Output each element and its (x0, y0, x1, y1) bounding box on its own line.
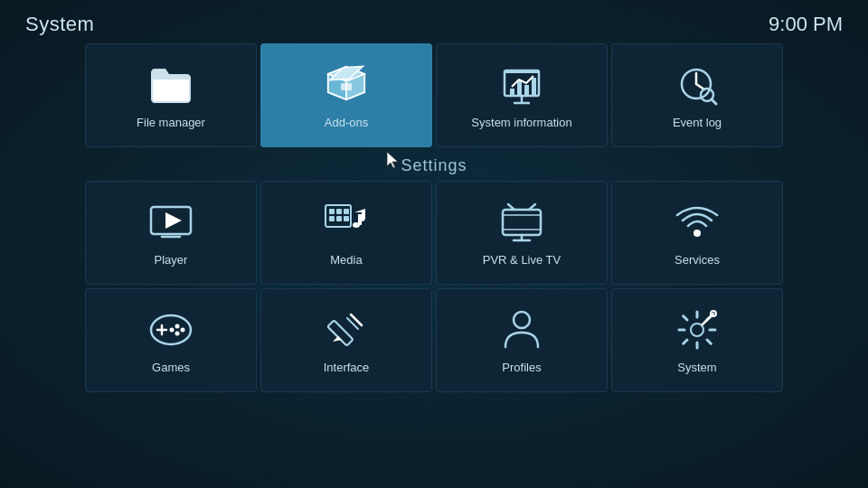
tile-event-log[interactable]: Event log (611, 43, 783, 147)
svg-rect-5 (341, 83, 352, 90)
svg-rect-24 (336, 209, 342, 214)
tile-profiles[interactable]: Profiles (436, 288, 608, 392)
add-ons-icon (323, 61, 370, 108)
svg-point-45 (170, 328, 175, 333)
tile-add-ons-label: Add-ons (325, 116, 368, 129)
tile-player-label: Player (155, 253, 188, 267)
tile-profiles-label: Profiles (502, 361, 541, 374)
tile-add-ons[interactable]: Add-ons (260, 43, 432, 147)
tile-media[interactable]: Media (260, 181, 432, 285)
header: System 9:00 PM (0, 0, 868, 43)
app-title: System (25, 13, 94, 36)
services-icon (674, 199, 721, 246)
system-icon (674, 306, 721, 353)
svg-line-18 (712, 99, 716, 104)
svg-rect-12 (524, 85, 529, 96)
tile-file-manager[interactable]: File manager (85, 43, 257, 147)
svg-rect-13 (532, 78, 536, 96)
settings-row-2: Games Interface (0, 288, 868, 392)
system-information-icon (498, 61, 545, 108)
tile-interface-label: Interface (324, 361, 370, 374)
file-manager-icon (147, 61, 194, 108)
svg-marker-20 (165, 212, 182, 229)
svg-point-30 (353, 222, 360, 228)
svg-rect-23 (329, 209, 335, 214)
main-page: System 9:00 PM File manager (0, 0, 868, 488)
svg-rect-7 (505, 70, 539, 73)
tile-system[interactable]: System (611, 288, 783, 392)
svg-rect-28 (344, 216, 349, 221)
svg-rect-27 (336, 216, 342, 221)
tile-event-log-label: Event log (673, 116, 722, 129)
tile-system-label: System (677, 361, 716, 374)
tile-games[interactable]: Games (85, 288, 257, 392)
clock: 9:00 PM (769, 13, 843, 36)
svg-rect-26 (329, 216, 335, 221)
svg-rect-10 (510, 89, 514, 96)
event-log-icon (674, 61, 721, 108)
tile-file-manager-label: File manager (137, 116, 205, 129)
pvr-live-tv-icon (498, 199, 545, 246)
top-tile-row: File manager Add-ons (0, 43, 868, 147)
tile-interface[interactable]: Interface (260, 288, 432, 392)
svg-rect-25 (344, 209, 349, 214)
svg-point-38 (693, 230, 701, 237)
games-icon (147, 306, 194, 353)
tile-pvr-live-tv[interactable]: PVR & Live TV (436, 181, 608, 285)
svg-point-44 (175, 332, 180, 336)
settings-row-1: Player Media (0, 181, 868, 285)
svg-rect-31 (503, 210, 541, 235)
svg-rect-46 (327, 320, 353, 345)
tile-player[interactable]: Player (85, 181, 257, 285)
svg-line-59 (684, 340, 687, 343)
settings-heading: Settings (0, 151, 868, 181)
tile-services-label: Services (675, 253, 720, 267)
svg-point-51 (691, 324, 703, 336)
svg-line-57 (707, 340, 711, 343)
tile-system-information[interactable]: System information (436, 43, 608, 147)
svg-point-43 (181, 328, 185, 333)
media-icon (323, 199, 370, 246)
tile-services[interactable]: Services (611, 181, 783, 285)
tile-pvr-live-tv-label: PVR & Live TV (483, 253, 561, 267)
player-icon (147, 199, 194, 246)
profiles-icon (498, 306, 545, 353)
tile-system-information-label: System information (471, 116, 571, 129)
tile-games-label: Games (152, 361, 190, 374)
svg-rect-11 (517, 81, 522, 96)
svg-line-56 (684, 316, 687, 320)
svg-point-42 (175, 324, 180, 329)
svg-point-50 (514, 312, 530, 328)
tile-media-label: Media (330, 253, 362, 267)
interface-icon (323, 306, 370, 353)
